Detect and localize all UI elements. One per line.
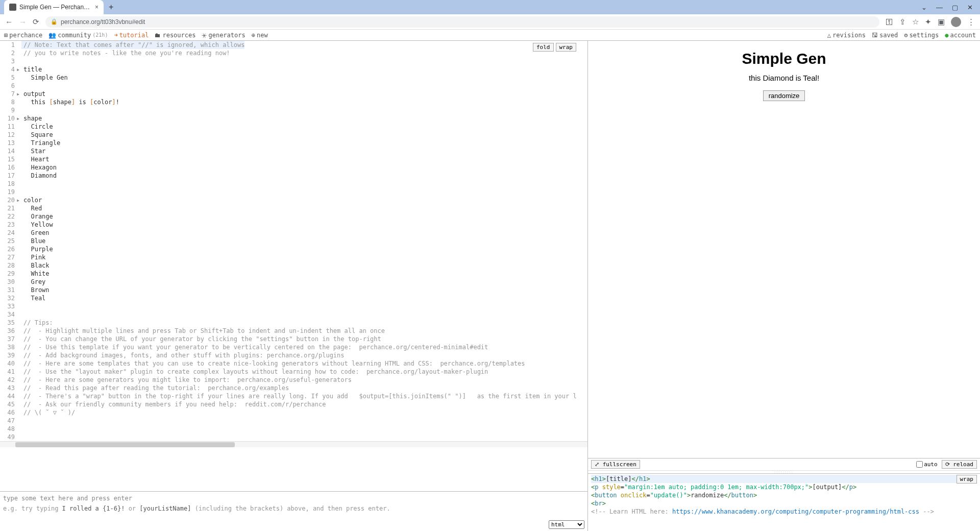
nav-generators[interactable]: ⚹ generators bbox=[202, 32, 245, 39]
code-line[interactable]: 30 Grey bbox=[0, 278, 587, 286]
test-area: type some text here and press enter e.g.… bbox=[0, 491, 587, 531]
code-line[interactable]: 27 Pink bbox=[0, 253, 587, 261]
star-icon[interactable]: ☆ bbox=[912, 17, 919, 27]
panel-icon[interactable]: ▣ bbox=[938, 17, 945, 27]
code-line[interactable]: 33 bbox=[0, 302, 587, 310]
minimize-icon[interactable]: — bbox=[936, 4, 943, 11]
code-line[interactable]: 44// - There's a "wrap" button in the to… bbox=[0, 392, 587, 400]
nav-revisions[interactable]: △ revisions bbox=[827, 32, 866, 39]
nav-tutorial[interactable]: ➜ tutorial bbox=[114, 32, 149, 39]
test-input[interactable]: type some text here and press enter bbox=[3, 494, 584, 503]
code-line[interactable]: 31 Brown bbox=[0, 286, 587, 294]
code-line[interactable]: 14 Star bbox=[0, 147, 587, 155]
code-line[interactable]: 20▸color bbox=[0, 196, 587, 204]
lock-icon: 🔒 bbox=[51, 18, 58, 25]
test-help-text: e.g. try typing I rolled a {1-6}! or [yo… bbox=[3, 503, 584, 517]
code-line[interactable]: 17 Diamond bbox=[0, 172, 587, 180]
code-line[interactable]: 32 Teal bbox=[0, 294, 587, 302]
tab-close-icon[interactable]: × bbox=[95, 4, 99, 11]
tab-title: Simple Gen — Perchance Genera bbox=[19, 4, 91, 11]
code-line[interactable]: 40// - Here are some templates that you … bbox=[0, 359, 587, 368]
code-line[interactable]: 15 Heart bbox=[0, 155, 587, 163]
code-line[interactable]: 46// \( ˘ ▽ ˘ )/ bbox=[0, 408, 587, 417]
code-line[interactable]: 41// - Use the "layout maker" plugin to … bbox=[0, 368, 587, 376]
browser-tab[interactable]: Simple Gen — Perchance Genera × bbox=[4, 0, 104, 14]
share-icon[interactable]: ⇪ bbox=[899, 17, 906, 27]
code-line[interactable]: 13 Triangle bbox=[0, 139, 587, 147]
nav-settings[interactable]: ⚙ settings bbox=[904, 32, 939, 39]
code-line[interactable]: 21 Red bbox=[0, 204, 587, 212]
extensions-icon[interactable]: ✦ bbox=[925, 17, 932, 27]
code-line[interactable]: 16 Hexagon bbox=[0, 163, 587, 172]
code-line[interactable]: 28 Black bbox=[0, 261, 587, 270]
code-line[interactable]: 34 bbox=[0, 310, 587, 319]
code-line[interactable]: 11 Circle bbox=[0, 123, 587, 131]
code-line[interactable]: 8 this [shape] is [color]! bbox=[0, 98, 587, 106]
code-line[interactable]: 42// - Here are some generators you migh… bbox=[0, 376, 587, 384]
site-toolbar: ⊞ perchance 👥 community (21h) ➜ tutorial… bbox=[0, 30, 980, 41]
code-line[interactable]: 6 bbox=[0, 82, 587, 90]
code-line[interactable]: 43// - Read this page after reading the … bbox=[0, 384, 587, 392]
code-line[interactable]: 3 bbox=[0, 57, 587, 65]
randomize-button[interactable]: randomize bbox=[763, 90, 805, 101]
reload-icon[interactable]: ⟳ bbox=[33, 17, 39, 27]
code-line[interactable]: 7▸output bbox=[0, 90, 587, 98]
code-line[interactable]: 19 bbox=[0, 188, 587, 196]
nav-perchance[interactable]: ⊞ perchance bbox=[4, 32, 42, 39]
back-icon[interactable]: ← bbox=[5, 17, 13, 26]
editor-horizontal-scrollbar[interactable] bbox=[0, 441, 587, 447]
format-select[interactable]: html bbox=[549, 520, 584, 529]
browser-titlebar: Simple Gen — Perchance Genera × + ⌄ — ▢ … bbox=[0, 0, 980, 14]
menu-icon[interactable]: ⋮ bbox=[967, 17, 975, 27]
code-line[interactable]: 2// you to write notes - like the one yo… bbox=[0, 49, 587, 57]
code-line[interactable]: 9 bbox=[0, 106, 587, 114]
nav-account[interactable]: ● account bbox=[945, 32, 976, 39]
maximize-icon[interactable]: ▢ bbox=[952, 4, 958, 11]
tab-favicon bbox=[9, 4, 16, 11]
html-wrap-button[interactable]: wrap bbox=[957, 475, 977, 484]
code-line[interactable]: 38// - Use this template if you want you… bbox=[0, 343, 587, 351]
fullscreen-button[interactable]: ⤢ fullscreen bbox=[591, 460, 640, 469]
code-line[interactable]: 1// Note: Text that comes after "//" is … bbox=[0, 41, 587, 49]
preview-output: this Diamond is Teal! bbox=[588, 74, 980, 82]
code-line[interactable]: 5 Simple Gen bbox=[0, 74, 587, 82]
html-editor[interactable]: wrap <h1>[title]</h1> <p style="margin:1… bbox=[588, 473, 980, 531]
chevron-down-icon[interactable]: ⌄ bbox=[921, 4, 927, 11]
code-line[interactable]: 26 Purple bbox=[0, 245, 587, 253]
fold-button[interactable]: fold bbox=[533, 43, 554, 52]
address-bar: ← → ⟳ 🔒 perchance.org/tt03h3vbnu#edit ⚿ … bbox=[0, 14, 980, 30]
right-pane: Simple Gen this Diamond is Teal! randomi… bbox=[588, 41, 980, 531]
code-line[interactable]: 39// - Add background images, fonts, and… bbox=[0, 351, 587, 359]
forward-icon[interactable]: → bbox=[19, 17, 27, 26]
code-line[interactable]: 29 White bbox=[0, 270, 587, 278]
url-input[interactable]: 🔒 perchance.org/tt03h3vbnu#edit bbox=[45, 16, 879, 28]
code-line[interactable]: 45// - Ask our friendly community member… bbox=[0, 400, 587, 408]
code-line[interactable]: 25 Blue bbox=[0, 237, 587, 245]
scrollbar-thumb[interactable] bbox=[15, 442, 235, 447]
code-line[interactable]: 12 Square bbox=[0, 131, 587, 139]
code-line[interactable]: 35// Tips: bbox=[0, 319, 587, 327]
code-line[interactable]: 47 bbox=[0, 417, 587, 425]
code-line[interactable]: 37// - You can change the URL of your ge… bbox=[0, 335, 587, 343]
code-line[interactable]: 22 Orange bbox=[0, 212, 587, 221]
close-window-icon[interactable]: ✕ bbox=[967, 4, 973, 11]
code-editor[interactable]: fold wrap 1// Note: Text that comes afte… bbox=[0, 41, 587, 491]
code-line[interactable]: 4▸title bbox=[0, 65, 587, 74]
reload-button[interactable]: ⟳ reload bbox=[942, 460, 977, 469]
nav-resources[interactable]: 🖿 resources bbox=[155, 32, 195, 39]
code-line[interactable]: 18 bbox=[0, 180, 587, 188]
code-line[interactable]: 10▸shape bbox=[0, 114, 587, 123]
key-icon[interactable]: ⚿ bbox=[886, 17, 893, 26]
code-line[interactable]: 23 Yellow bbox=[0, 221, 587, 229]
new-tab-button[interactable]: + bbox=[109, 3, 113, 12]
nav-new[interactable]: ⊕ new bbox=[252, 32, 268, 39]
profile-avatar[interactable] bbox=[951, 17, 961, 27]
nav-community[interactable]: 👥 community (21h) bbox=[48, 32, 108, 39]
nav-saved[interactable]: 🖫 saved bbox=[872, 32, 898, 39]
code-line[interactable]: 24 Green bbox=[0, 229, 587, 237]
wrap-button[interactable]: wrap bbox=[556, 43, 577, 52]
auto-checkbox[interactable]: auto bbox=[916, 461, 938, 468]
code-line[interactable]: 36// - Highlight multiple lines and pres… bbox=[0, 327, 587, 335]
code-line[interactable]: 49 bbox=[0, 433, 587, 441]
code-line[interactable]: 48 bbox=[0, 425, 587, 433]
